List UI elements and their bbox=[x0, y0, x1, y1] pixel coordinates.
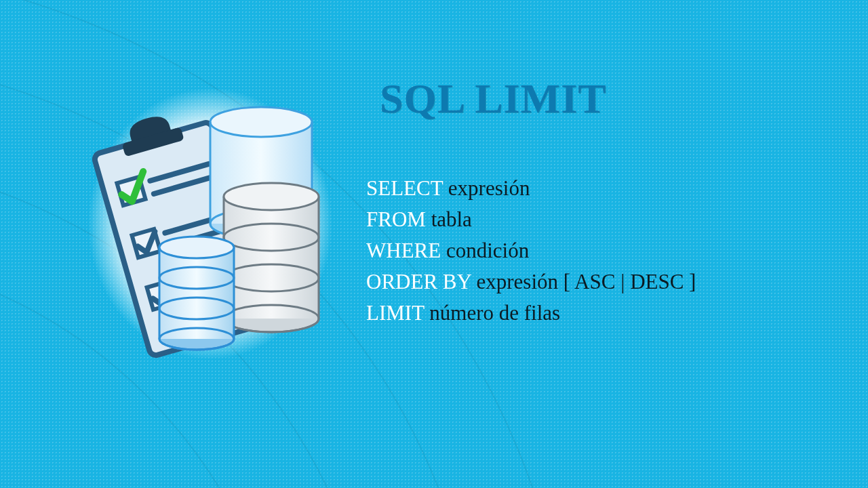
svg-point-27 bbox=[159, 237, 234, 258]
sql-line: FROM tabla bbox=[366, 204, 696, 235]
sql-keyword: WHERE bbox=[366, 239, 441, 262]
sql-text: condición bbox=[441, 239, 529, 262]
sql-keyword: FROM bbox=[366, 207, 426, 231]
sql-text: tabla bbox=[426, 207, 472, 231]
sql-line: LIMIT número de filas bbox=[366, 298, 696, 329]
sql-text: número de filas bbox=[425, 301, 561, 325]
svg-rect-26 bbox=[159, 247, 234, 339]
svg-point-17 bbox=[210, 107, 312, 137]
sql-line: SELECT expresión bbox=[366, 173, 696, 204]
sql-text: expresión [ ASC | DESC ] bbox=[471, 270, 696, 293]
sql-line: WHERE condición bbox=[366, 235, 696, 266]
sql-keyword: ORDER BY bbox=[366, 270, 471, 293]
sql-text: expresión bbox=[443, 176, 530, 200]
slide: SQL LIMIT SELECT expresión FROM tabla WH… bbox=[0, 0, 868, 488]
svg-point-21 bbox=[224, 183, 319, 210]
database-checklist-icon bbox=[81, 81, 339, 366]
sql-line: ORDER BY expresión [ ASC | DESC ] bbox=[366, 266, 696, 298]
database-checklist-illustration bbox=[81, 81, 339, 366]
svg-rect-20 bbox=[224, 197, 319, 319]
sql-keyword: SELECT bbox=[366, 176, 443, 200]
slide-title: SQL LIMIT bbox=[380, 75, 607, 123]
sql-keyword: LIMIT bbox=[366, 301, 425, 325]
sql-syntax-block: SELECT expresión FROM tabla WHERE condic… bbox=[366, 173, 696, 328]
